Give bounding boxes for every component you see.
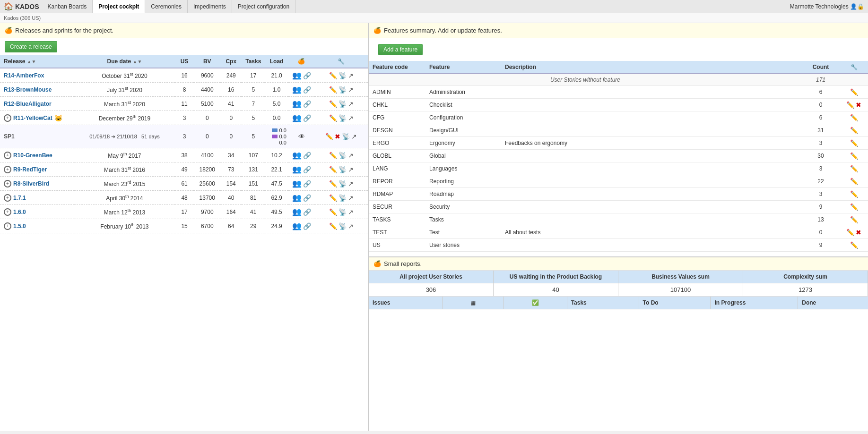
release-link-r13[interactable]: R13-BrownMouse: [4, 86, 52, 93]
delete-icon[interactable]: ✖: [335, 133, 340, 140]
create-release-button[interactable]: Create a release: [5, 41, 57, 52]
chain-icon[interactable]: 🔗: [303, 222, 311, 230]
edit-icon[interactable]: ✏️: [329, 114, 337, 122]
people-icon[interactable]: 👥: [292, 151, 302, 160]
external-icon[interactable]: ↗: [348, 194, 354, 202]
external-icon[interactable]: ↗: [348, 100, 354, 108]
rss-icon[interactable]: 📡: [339, 152, 347, 159]
people-icon[interactable]: 👥: [292, 99, 302, 108]
chain-icon[interactable]: 🔗: [303, 208, 311, 216]
view-icon[interactable]: 👁: [298, 133, 305, 140]
rss-icon[interactable]: 📡: [339, 86, 347, 94]
edit-feature-icon[interactable]: ✏️: [850, 139, 858, 147]
people-icon[interactable]: 👥: [292, 207, 302, 216]
chain-icon[interactable]: 🔗: [303, 86, 311, 94]
edit-feature-icon[interactable]: ✏️: [850, 127, 858, 134]
rss-icon[interactable]: 📡: [339, 72, 347, 79]
edit-icon[interactable]: ✏️: [325, 133, 333, 140]
edit-icon[interactable]: ✏️: [329, 208, 337, 216]
delete-feature-icon[interactable]: ✖: [856, 101, 861, 109]
edit-icon[interactable]: ✏️: [329, 86, 337, 94]
tab-project-configuration[interactable]: Project configuration: [232, 0, 295, 13]
external-icon[interactable]: ↗: [348, 114, 354, 122]
expand-icon[interactable]: +: [4, 180, 11, 187]
edit-icon[interactable]: ✏️: [329, 72, 337, 79]
tab-project-cockpit[interactable]: Project cockpit: [93, 0, 145, 13]
chain-icon[interactable]: 🔗: [303, 194, 311, 202]
external-icon[interactable]: ↗: [348, 152, 354, 159]
expand-icon[interactable]: +: [4, 114, 11, 122]
release-name: + 1.5.0: [0, 219, 74, 233]
people-icon[interactable]: 👥: [292, 113, 302, 122]
expand-icon[interactable]: +: [4, 166, 11, 173]
edit-feature-icon[interactable]: ✏️: [850, 241, 858, 249]
tab-impediments[interactable]: Impediments: [188, 0, 232, 13]
edit-feature-icon[interactable]: ✏️: [846, 101, 854, 109]
external-icon[interactable]: ↗: [348, 208, 354, 216]
edit-feature-icon[interactable]: ✏️: [850, 152, 858, 160]
people-icon[interactable]: 👥: [292, 193, 302, 202]
edit-feature-icon[interactable]: ✏️: [850, 165, 858, 172]
people-icon[interactable]: 👥: [292, 221, 302, 230]
edit-icon[interactable]: ✏️: [329, 180, 337, 187]
release-link-r11[interactable]: R11-YellowCat: [13, 115, 52, 121]
small-reports-header: 🍊 Small reports.: [369, 257, 868, 271]
people-icon[interactable]: 👥: [292, 165, 302, 174]
edit-icon[interactable]: ✏️: [329, 152, 337, 159]
expand-icon[interactable]: +: [4, 194, 11, 202]
chain-icon[interactable]: 🔗: [303, 114, 311, 122]
release-link-r8[interactable]: R8-SilverBird: [13, 180, 49, 187]
release-link-171[interactable]: 1.7.1: [13, 195, 26, 201]
edit-feature-icon[interactable]: ✏️: [850, 190, 858, 198]
edit-icon[interactable]: ✏️: [329, 194, 337, 202]
external-icon[interactable]: ↗: [351, 133, 357, 140]
rss-icon[interactable]: 📡: [339, 222, 347, 230]
rss-icon[interactable]: 📡: [339, 208, 347, 216]
edit-feature-icon[interactable]: ✏️: [850, 216, 858, 223]
rss-icon[interactable]: 📡: [339, 180, 347, 187]
tab-ceremonies[interactable]: Ceremonies: [145, 0, 188, 13]
delete-feature-icon[interactable]: ✖: [856, 229, 861, 236]
external-icon[interactable]: ↗: [348, 72, 354, 79]
expand-icon[interactable]: +: [4, 222, 11, 230]
release-link-r12[interactable]: R12-BlueAlligator: [4, 101, 52, 107]
rss-icon[interactable]: 📡: [339, 100, 347, 108]
table-row: R12-BlueAlligator March 31st 2020 11 510…: [0, 97, 368, 111]
people-icon[interactable]: 👥: [292, 85, 302, 94]
edit-feature-icon[interactable]: ✏️: [850, 203, 858, 211]
external-icon[interactable]: ↗: [348, 180, 354, 187]
edit-feature-icon[interactable]: ✏️: [850, 88, 858, 96]
external-icon[interactable]: ↗: [348, 222, 354, 230]
edit-feature-icon[interactable]: ✏️: [846, 229, 854, 236]
rss-icon[interactable]: 📡: [342, 133, 350, 140]
people-icon[interactable]: 👥: [292, 71, 302, 80]
release-link-150[interactable]: 1.5.0: [13, 223, 26, 230]
expand-icon[interactable]: +: [4, 152, 11, 159]
edit-feature-icon[interactable]: ✏️: [850, 178, 858, 185]
chain-icon[interactable]: 🔗: [303, 180, 311, 187]
rss-icon[interactable]: 📡: [339, 194, 347, 202]
people-icon[interactable]: 👥: [292, 179, 302, 188]
edit-icon[interactable]: ✏️: [329, 166, 337, 173]
external-icon[interactable]: ↗: [348, 86, 354, 94]
rss-icon[interactable]: 📡: [339, 114, 347, 122]
release-link-160[interactable]: 1.6.0: [13, 209, 26, 215]
edit-icon[interactable]: ✏️: [329, 100, 337, 108]
edit-feature-icon[interactable]: ✏️: [850, 114, 858, 121]
action-icons-2: ✏️ 📡 ↗: [315, 177, 368, 191]
add-feature-button[interactable]: Add a feature: [378, 44, 423, 55]
expand-icon[interactable]: +: [4, 208, 11, 216]
feature-actions: ✏️ ✖: [840, 226, 868, 239]
rss-icon[interactable]: 📡: [339, 166, 347, 173]
chain-icon[interactable]: 🔗: [303, 152, 311, 159]
chain-icon[interactable]: 🔗: [303, 166, 311, 173]
chain-icon[interactable]: 🔗: [303, 72, 311, 79]
release-link-r9[interactable]: R9-RedTiger: [13, 166, 47, 173]
chain-icon[interactable]: 🔗: [303, 100, 311, 108]
edit-icon[interactable]: ✏️: [329, 222, 337, 230]
tab-kanban-boards[interactable]: Kanban Boards: [42, 0, 93, 13]
release-link-r10[interactable]: R10-GreenBee: [13, 152, 52, 159]
release-link-r14[interactable]: R14-AmberFox: [4, 72, 44, 79]
sprint-link-sp1[interactable]: SP1: [4, 133, 15, 140]
external-icon[interactable]: ↗: [348, 166, 354, 173]
